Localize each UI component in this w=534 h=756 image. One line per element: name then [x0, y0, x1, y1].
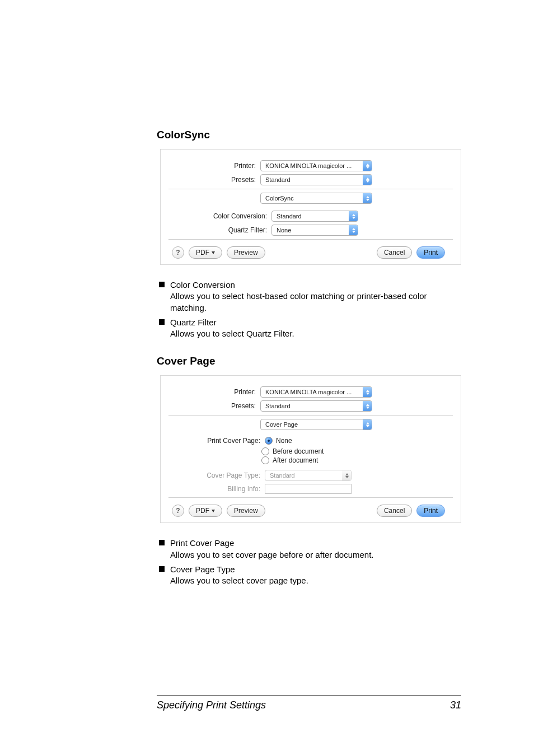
billing-info-input [265, 484, 352, 494]
radio-after[interactable] [261, 456, 269, 464]
dialog-colorsync: Printer: KONICA MINOLTA magicolor ... Pr… [160, 149, 461, 265]
page-footer: Specifying Print Settings 31 [157, 696, 461, 711]
bullet-title: Color Conversion [170, 280, 235, 290]
divider [168, 497, 453, 498]
presets-label: Presets: [172, 402, 260, 410]
preview-button[interactable]: Preview [227, 505, 265, 517]
print-button[interactable]: Print [416, 505, 445, 517]
divider [168, 189, 453, 189]
radio-none[interactable] [265, 437, 273, 445]
radio-before-label: Before document [273, 447, 324, 455]
pane-value: Cover Page [265, 421, 298, 428]
cancel-button[interactable]: Cancel [377, 246, 412, 259]
presets-select[interactable]: Standard [260, 174, 372, 185]
list-item: Cover Page Type Allows you to select cov… [157, 564, 461, 587]
pane-select[interactable]: Cover Page [260, 419, 372, 430]
quartz-filter-label: Quartz Filter: [172, 226, 271, 234]
cover-page-type-select: Standard [265, 470, 352, 481]
radio-none-label: None [276, 437, 292, 445]
bullet-title: Quartz Filter [170, 318, 217, 327]
footer-rule [157, 696, 461, 696]
pdf-button[interactable]: PDF [189, 246, 222, 259]
page: ColorSync Printer: KONICA MINOLTA magico… [0, 0, 534, 756]
heading-coverpage: Cover Page [157, 355, 461, 367]
pdf-button[interactable]: PDF [189, 505, 222, 517]
bullet-desc: Allows you to select Quartz Filter. [170, 328, 461, 339]
color-conversion-select[interactable]: Standard [271, 211, 358, 222]
printer-value: KONICA MINOLTA magicolor ... [265, 162, 352, 169]
printer-value: KONICA MINOLTA magicolor ... [265, 389, 352, 395]
list-item: Print Cover Page Allows you to set cover… [157, 538, 461, 561]
quartz-filter-select[interactable]: None [271, 225, 358, 236]
presets-select[interactable]: Standard [260, 400, 372, 412]
print-cover-page-label: Print Cover Page: [172, 437, 265, 445]
list-item: Quartz Filter Allows you to select Quart… [157, 317, 461, 340]
printer-select[interactable]: KONICA MINOLTA magicolor ... [260, 160, 372, 171]
color-conversion-value: Standard [277, 213, 302, 220]
printer-label: Printer: [172, 162, 260, 170]
print-button[interactable]: Print [416, 246, 445, 259]
bullet-desc: Allows you to set cover page before or a… [170, 549, 461, 561]
list-item: Color Conversion Allows you to select ho… [157, 279, 461, 314]
quartz-filter-value: None [277, 227, 291, 234]
billing-info-label: Billing Info: [172, 485, 265, 493]
bullet-title: Print Cover Page [170, 538, 234, 548]
cover-page-type-value: Standard [270, 472, 295, 479]
bullet-title: Cover Page Type [170, 564, 235, 574]
divider [168, 239, 453, 240]
help-button[interactable]: ? [172, 246, 184, 259]
printer-label: Printer: [172, 388, 260, 396]
color-conversion-label: Color Conversion: [172, 212, 271, 220]
dialog-coverpage: Printer: KONICA MINOLTA magicolor ... Pr… [160, 375, 461, 523]
radio-before[interactable] [261, 447, 269, 455]
presets-label: Presets: [172, 176, 260, 184]
bullet-desc: Allows you to select cover page type. [170, 575, 461, 586]
radio-after-label: After document [273, 456, 318, 464]
cover-page-type-label: Cover Page Type: [172, 472, 265, 479]
help-button[interactable]: ? [172, 505, 184, 517]
presets-value: Standard [265, 176, 291, 183]
colorsync-bullets: Color Conversion Allows you to select ho… [157, 279, 461, 339]
pane-select[interactable]: ColorSync [260, 193, 372, 204]
pane-value: ColorSync [265, 195, 294, 202]
printer-select[interactable]: KONICA MINOLTA magicolor ... [260, 386, 372, 398]
bullet-desc: Allows you to select host-based color ma… [170, 291, 461, 314]
footer-page-number: 31 [450, 699, 461, 711]
cancel-button[interactable]: Cancel [377, 505, 412, 517]
heading-colorsync: ColorSync [157, 129, 461, 141]
presets-value: Standard [265, 403, 291, 409]
divider [168, 415, 453, 416]
preview-button[interactable]: Preview [227, 246, 265, 259]
footer-title: Specifying Print Settings [157, 699, 266, 711]
coverpage-bullets: Print Cover Page Allows you to set cover… [157, 538, 461, 586]
